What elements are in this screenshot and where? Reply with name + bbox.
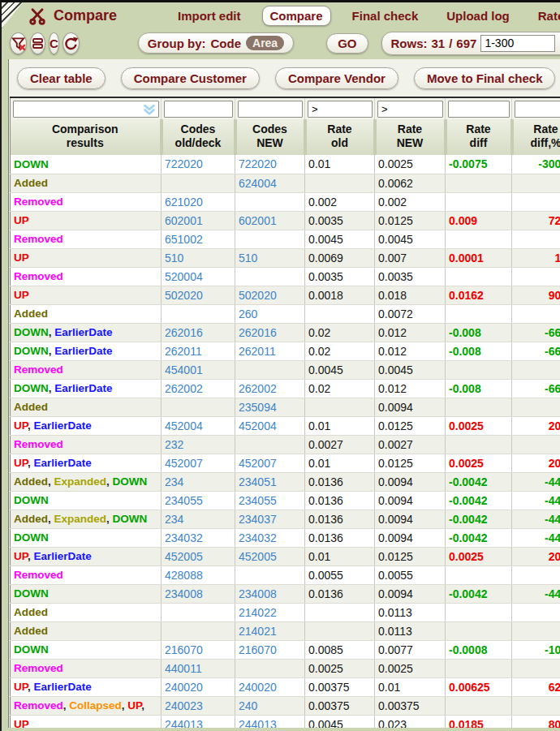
code-new-link[interactable]: 452004: [235, 416, 305, 435]
group-by-area-badge[interactable]: Area: [246, 36, 284, 50]
code-old-link[interactable]: 510: [162, 248, 235, 267]
code-old-link[interactable]: 452007: [162, 454, 235, 472]
code-old-link[interactable]: 428088: [162, 565, 235, 584]
code-new-link[interactable]: 624004: [235, 174, 305, 192]
column-filter-input-5[interactable]: [448, 101, 510, 118]
code-new-link[interactable]: [235, 659, 305, 677]
nav-item-compare[interactable]: Compare: [262, 6, 331, 26]
code-old-link[interactable]: 520004: [162, 267, 235, 286]
code-new-link[interactable]: 262011: [235, 342, 305, 360]
code-old-link[interactable]: 234: [162, 472, 235, 491]
refresh-button[interactable]: [62, 32, 80, 54]
rate-diff-pct-cell: 20.0: [512, 547, 560, 565]
code-old-link[interactable]: 234032: [162, 528, 235, 547]
code-new-link[interactable]: 602001: [235, 211, 305, 230]
action-button-compare-customer[interactable]: Compare Customer: [121, 67, 260, 89]
action-button-clear-table[interactable]: Clear table: [17, 67, 106, 89]
separator: ,: [28, 550, 34, 562]
code-new-link[interactable]: 240020: [235, 677, 305, 696]
code-new-link[interactable]: 216070: [235, 640, 305, 659]
column-filter-input-6[interactable]: [515, 101, 560, 118]
nav-item-final-check[interactable]: Final check: [345, 6, 426, 25]
column-header-codes-old-deck[interactable]: Codesold/deck: [162, 119, 235, 155]
rate-diff-pct-cell: -66.7: [512, 379, 560, 398]
code-old-link[interactable]: 234008: [162, 584, 235, 603]
code-new-link[interactable]: 234008: [235, 584, 305, 603]
code-old-link[interactable]: 216070: [162, 640, 235, 659]
code-old-link[interactable]: 262016: [162, 323, 235, 342]
code-new-link[interactable]: 510: [235, 248, 305, 267]
code-new-link[interactable]: 234032: [235, 528, 305, 547]
nav-item-ratecust[interactable]: RateCust: [531, 6, 560, 25]
table-row: DOWN, EarlierDate2620162620160.020.012-0…: [11, 323, 560, 342]
code-new-link[interactable]: 722020: [235, 155, 305, 174]
column-header-rate-new[interactable]: RateNEW: [375, 119, 446, 155]
column-filter-input-0[interactable]: [13, 101, 159, 118]
code-old-link[interactable]: 240020: [162, 677, 235, 696]
code-old-link[interactable]: [162, 603, 235, 621]
split-rows-button[interactable]: [30, 32, 45, 54]
column-filter-input-4[interactable]: [377, 101, 443, 118]
code-new-link[interactable]: 240: [235, 696, 305, 715]
action-button-compare-vendor[interactable]: Compare Vendor: [275, 67, 398, 89]
code-new-link[interactable]: [235, 267, 305, 286]
code-new-link[interactable]: [235, 435, 305, 454]
action-button-move-to-final-check[interactable]: Move to Final check: [414, 67, 556, 89]
code-old-link[interactable]: [162, 621, 235, 640]
code-old-link[interactable]: 232: [162, 435, 235, 454]
code-old-link[interactable]: 454001: [162, 360, 235, 379]
table-row: UP2440132440130.00450.0230.018580.4: [11, 715, 560, 728]
code-old-link[interactable]: [162, 174, 235, 192]
code-old-link[interactable]: 234: [162, 510, 235, 528]
code-old-link[interactable]: 452004: [162, 416, 235, 435]
code-old-link[interactable]: 240023: [162, 696, 235, 715]
code-old-link[interactable]: [162, 398, 235, 416]
code-old-link[interactable]: 452005: [162, 547, 235, 565]
code-new-link[interactable]: 234051: [235, 472, 305, 491]
row-range-input[interactable]: [480, 35, 555, 52]
code-new-link[interactable]: 244013: [235, 715, 305, 728]
code-new-link[interactable]: 234055: [235, 491, 305, 510]
code-old-link[interactable]: 234055: [162, 491, 235, 510]
column-header-comparison-results[interactable]: Comparisonresults: [11, 119, 162, 155]
column-header-codes-new[interactable]: CodesNEW: [235, 119, 305, 155]
code-new-link[interactable]: 262016: [235, 323, 305, 342]
clear-filter-button[interactable]: [10, 32, 27, 54]
column-filter-input-1[interactable]: [164, 101, 233, 118]
group-by-field[interactable]: Code: [211, 37, 242, 50]
nav-item-import-edit[interactable]: Import edit: [170, 6, 248, 25]
code-new-link[interactable]: 235094: [235, 398, 305, 416]
go-button[interactable]: GO: [326, 33, 368, 54]
nav-item-upload-log[interactable]: Upload log: [439, 6, 517, 25]
column-filter-input-3[interactable]: [308, 101, 373, 118]
code-old-link[interactable]: 621020: [162, 192, 235, 211]
double-chevron-down-icon[interactable]: [143, 104, 156, 116]
code-new-link[interactable]: 452005: [235, 547, 305, 565]
code-old-link[interactable]: 440011: [162, 659, 235, 677]
code-old-link[interactable]: 244013: [162, 715, 235, 728]
code-new-link[interactable]: 452007: [235, 454, 305, 472]
code-old-link[interactable]: 602001: [162, 211, 235, 230]
code-new-link[interactable]: 262002: [235, 379, 305, 398]
code-old-link[interactable]: [162, 304, 235, 323]
c-button[interactable]: C: [49, 32, 59, 54]
code-old-link[interactable]: 722020: [162, 155, 235, 174]
code-old-link[interactable]: 651002: [162, 230, 235, 248]
code-old-link[interactable]: 502020: [162, 286, 235, 304]
code-new-link[interactable]: 234037: [235, 510, 305, 528]
code-new-link[interactable]: [235, 192, 305, 211]
code-old-link[interactable]: 262011: [162, 342, 235, 360]
column-header-rate-diff-[interactable]: Ratediff,%: [512, 119, 560, 155]
code-new-link[interactable]: [235, 360, 305, 379]
column-header-rate-old[interactable]: Rateold: [305, 119, 375, 155]
rate-diff-cell: [446, 696, 512, 715]
column-header-rate-diff[interactable]: Ratediff: [446, 119, 512, 155]
code-new-link[interactable]: 260: [235, 304, 305, 323]
code-new-link[interactable]: 214022: [235, 603, 305, 621]
code-new-link[interactable]: 214021: [235, 621, 305, 640]
column-filter-input-2[interactable]: [238, 101, 303, 118]
code-old-link[interactable]: 262002: [162, 379, 235, 398]
code-new-link[interactable]: [235, 230, 305, 248]
code-new-link[interactable]: 502020: [235, 286, 305, 304]
code-new-link[interactable]: [235, 565, 305, 584]
